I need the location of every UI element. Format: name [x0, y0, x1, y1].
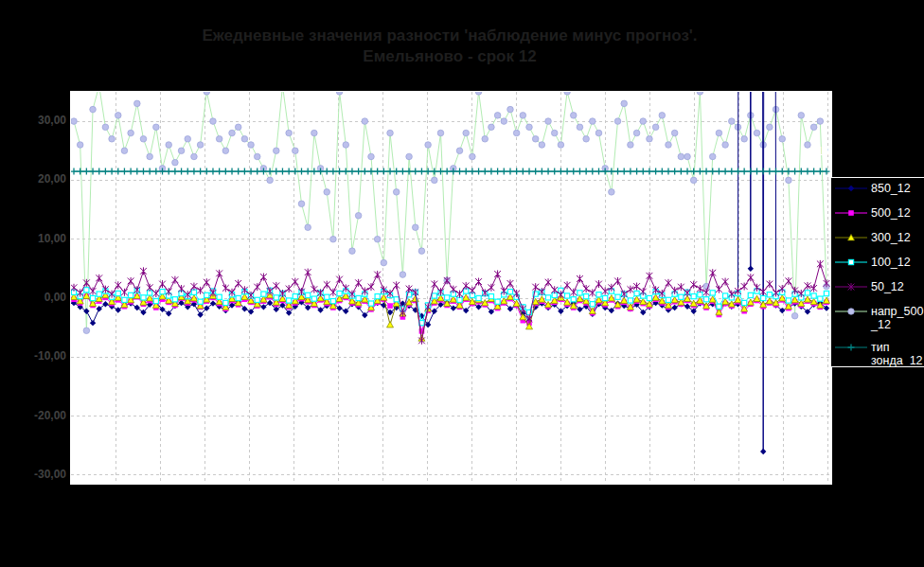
legend-marker-300_12: [834, 231, 868, 244]
y-axis-label-6: -30,00: [11, 468, 66, 481]
legend-item-300_12: 300_12: [834, 231, 924, 256]
y-axis-label-2: 10,00: [11, 232, 66, 245]
legend-marker-тип зонда_12: [834, 341, 868, 354]
legend-marker-напр_500_12: [834, 305, 868, 318]
legend-item-50_12: 50_12: [834, 280, 924, 305]
legend-label-50_12: 50_12: [871, 280, 904, 294]
data-label-19: 19: [817, 145, 829, 158]
legend-marker-100_12: [834, 256, 868, 269]
legend-item-500_12: 500_12: [834, 206, 924, 231]
legend-label-300_12: 300_12: [871, 231, 911, 245]
plot-svg: [71, 92, 831, 484]
legend-marker-500_12: [834, 206, 868, 220]
y-axis-label-4: -10,00: [11, 349, 66, 363]
legend-label-850_12: 850_12: [871, 182, 911, 196]
legend-item-напр_500_12: напр_500_12: [834, 305, 924, 341]
plot-area: [70, 91, 832, 485]
legend-item-тип зонда_12: типзонда_12: [834, 341, 924, 377]
legend-item-100_12: 100_12: [834, 256, 924, 280]
y-axis-label-3: 0,00: [11, 291, 66, 304]
chart-title-line2: Емельяново - срок 12: [38, 46, 862, 67]
y-axis-label-1: 20,00: [11, 172, 66, 186]
legend-label-500_12: 500_12: [871, 206, 911, 221]
y-axis-label-0: 30,00: [11, 114, 66, 127]
y-axis-label-5: -20,00: [11, 409, 66, 422]
legend-marker-850_12: [834, 182, 868, 195]
legend-label-100_12: 100_12: [871, 256, 911, 270]
legend-label-тип зонда_12: типзонда_12: [871, 341, 923, 367]
chart-canvas: { "title": { "line1": "Ежедневные значен…: [0, 0, 924, 567]
legend-label-напр_500_12: напр_500_12: [871, 305, 923, 331]
chart-title-line1: Ежедневные значения разности 'наблюдение…: [38, 26, 862, 46]
chart-title: Ежедневные значения разности 'наблюдение…: [38, 26, 862, 67]
legend-item-850_12: 850_12: [834, 182, 924, 206]
legend: 850_12500_12300_12100_1250_12напр_500_12…: [830, 177, 924, 367]
legend-marker-50_12: [834, 280, 868, 293]
